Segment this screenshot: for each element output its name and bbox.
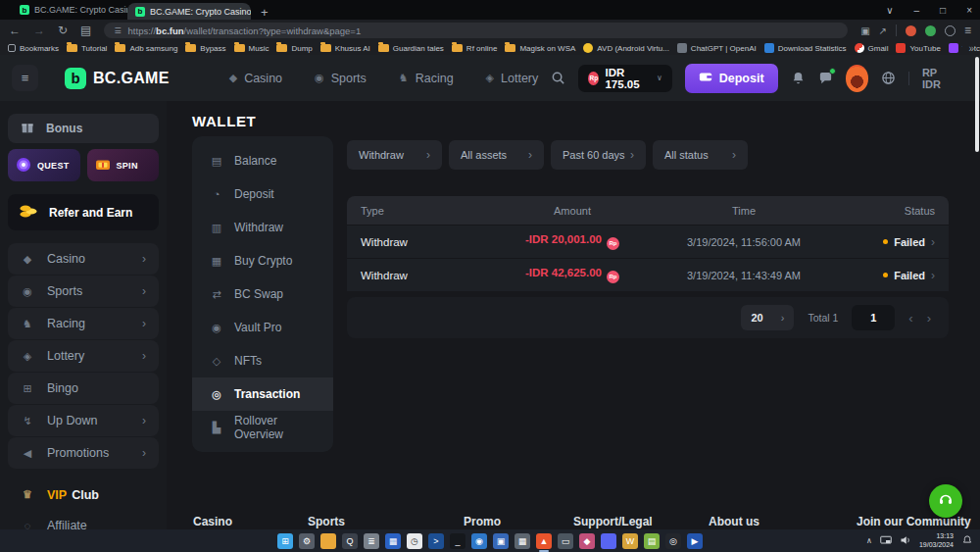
sidebar-item-bingo[interactable]: ⊞Bingo xyxy=(8,373,159,404)
address-bar[interactable]: ☰ https://bc.fun/wallet/transaction?type… xyxy=(104,23,848,38)
wallet-nav-transaction[interactable]: ◎Transaction xyxy=(192,377,333,411)
close-icon[interactable]: × xyxy=(966,5,972,16)
quest-button[interactable]: QUEST xyxy=(8,149,80,181)
filter-asset[interactable]: All assets› xyxy=(449,140,544,170)
settings-icon[interactable]: ⚙ xyxy=(299,533,315,549)
share-icon[interactable]: ↗ xyxy=(879,25,887,36)
transaction-row[interactable]: Withdraw-IDR 42,625.00Rp3/19/2024, 11:43… xyxy=(347,258,949,291)
footer-link[interactable]: Join our Community xyxy=(857,515,971,528)
bookmarks-overflow-icon[interactable]: » xyxy=(962,41,974,55)
filter-type[interactable]: Withdraw› xyxy=(347,140,442,170)
scrollbar-thumb[interactable] xyxy=(975,57,979,152)
bookmark-item[interactable]: Rf online xyxy=(452,44,498,53)
bookmark-item[interactable]: Dump xyxy=(276,44,312,53)
fiat-currency-label[interactable]: RP IDR xyxy=(922,67,953,90)
balance-selector[interactable]: Rp IDR 175.05 ∨ xyxy=(578,65,671,92)
wallet-nav-balance[interactable]: ▤Balance xyxy=(192,144,333,177)
footer-link[interactable]: About us xyxy=(709,515,760,528)
back-icon[interactable]: ← xyxy=(9,24,21,37)
browser-more-icon[interactable]: ∨ xyxy=(886,5,893,16)
nav-item-sports[interactable]: ◉Sports xyxy=(315,72,367,85)
edge-browser-icon[interactable]: ◉ xyxy=(471,533,487,549)
minimize-icon[interactable]: – xyxy=(914,5,920,16)
extension-red-icon[interactable] xyxy=(906,25,916,36)
display-icon[interactable] xyxy=(880,532,892,550)
transaction-row[interactable]: Withdraw-IDR 20,001.00Rp3/19/2024, 11:56… xyxy=(347,225,949,258)
reload-icon[interactable]: ↻ xyxy=(58,24,68,37)
search-icon[interactable] xyxy=(551,71,565,85)
language-globe-icon[interactable] xyxy=(881,71,896,85)
footer-link[interactable]: Casino xyxy=(193,515,232,528)
search-icon[interactable]: Q xyxy=(342,533,358,549)
wallet-nav-deposit[interactable]: ◔Deposit xyxy=(192,177,333,211)
wallet-nav-vault-pro[interactable]: ◉Vault Pro xyxy=(192,311,333,344)
forward-icon[interactable]: → xyxy=(33,24,45,37)
bookmark-item[interactable]: Magisk on WSA xyxy=(505,44,575,53)
browser-tab-active[interactable]: b BC.GAME: Crypto Casino Games × xyxy=(127,3,251,20)
speaker-icon[interactable] xyxy=(900,532,911,550)
sidebar-item-promotions[interactable]: ◀Promotions› xyxy=(8,437,159,469)
footer-link[interactable]: Promo xyxy=(464,515,501,528)
bookmark-item[interactable]: YouTube xyxy=(896,43,940,53)
sidebar-item-lottery[interactable]: ◈Lottery› xyxy=(8,340,159,372)
game-launcher-icon[interactable]: ◆ xyxy=(579,533,595,549)
notes-icon[interactable]: ≣ xyxy=(364,533,379,549)
user-avatar[interactable] xyxy=(846,65,868,92)
sidebar-item-updown[interactable]: ↯Up Down› xyxy=(8,405,159,436)
bookmark-item[interactable]: Adb samsung xyxy=(115,44,177,53)
wallet-nav-rollover[interactable]: ▙Rollover Overview xyxy=(192,411,333,444)
nav-item-casino[interactable]: ◆Casino xyxy=(229,72,282,85)
app-yellow-icon[interactable]: W xyxy=(622,533,638,549)
extension-green-icon[interactable] xyxy=(925,25,936,36)
photos-viewer-icon[interactable]: ▦ xyxy=(385,533,401,549)
terminal-icon[interactable]: _ xyxy=(450,533,466,549)
sidebar-item-sports[interactable]: ◉Sports› xyxy=(8,276,159,307)
sidebar-item-vip-club[interactable]: ♛ VIP Club xyxy=(8,481,159,508)
notifications-bell-icon[interactable] xyxy=(791,71,806,85)
clock-widget[interactable]: 13:13 19/03/2024 xyxy=(919,532,954,550)
bookmark-item[interactable]: Music xyxy=(234,44,270,53)
picture-in-picture-icon[interactable]: ▣ xyxy=(860,25,869,36)
bookmark-item[interactable]: Gmail xyxy=(855,43,889,53)
bookmark-item[interactable]: AVD (Android Virtu... xyxy=(583,43,669,53)
next-page-icon[interactable]: › xyxy=(927,311,931,326)
discord-icon[interactable] xyxy=(601,533,616,549)
notepad-icon[interactable]: ▤ xyxy=(644,533,660,549)
bookmark-item[interactable]: Bypass xyxy=(185,44,225,53)
maximize-icon[interactable]: □ xyxy=(940,5,946,16)
file-explorer-icon[interactable] xyxy=(320,533,336,549)
bookmark-item[interactable]: Bookmarks xyxy=(8,44,59,53)
prev-page-icon[interactable]: ‹ xyxy=(908,311,912,326)
spin-button[interactable]: SPIN xyxy=(87,149,160,181)
mail-icon[interactable]: ▣ xyxy=(493,533,509,549)
sidebar-item-casino[interactable]: ◆Casino› xyxy=(8,243,159,275)
bookmark-item[interactable]: Guardian tales xyxy=(378,44,444,53)
bookmark-item[interactable]: Khusus AI xyxy=(320,44,370,53)
extension-ring-icon[interactable] xyxy=(945,25,956,36)
tray-expand-icon[interactable]: ∧ xyxy=(866,536,872,545)
nav-item-racing[interactable]: ♞Racing xyxy=(399,72,454,85)
wallet-nav-buy-crypto[interactable]: ▦Buy Crypto xyxy=(192,244,333,277)
footer-link[interactable]: Sports xyxy=(308,515,345,528)
current-page-input[interactable]: 1 xyxy=(852,305,895,330)
start-icon[interactable]: ⊞ xyxy=(277,533,293,549)
obs-studio-icon[interactable]: ◎ xyxy=(665,533,681,549)
filter-period[interactable]: Past 60 days› xyxy=(551,140,646,170)
filter-status[interactable]: All status› xyxy=(653,140,748,170)
chat-icon[interactable] xyxy=(818,71,833,85)
page-size-selector[interactable]: 20 › xyxy=(741,305,794,330)
brave-browser-icon[interactable]: ▲ xyxy=(536,533,552,549)
support-chat-button[interactable] xyxy=(929,484,962,518)
side-panel-icon[interactable]: ▤ xyxy=(80,24,91,37)
hamburger-menu-icon[interactable]: ≡ xyxy=(12,65,38,91)
nav-item-lottery[interactable]: ◈Lottery xyxy=(486,72,539,85)
deposit-button[interactable]: Deposit xyxy=(685,64,778,93)
refer-and-earn-button[interactable]: Refer and Earn xyxy=(8,194,159,230)
browser-tab-inactive[interactable]: b BC.GAME: Crypto Casino Games & C xyxy=(12,0,127,20)
sidebar-item-racing[interactable]: ♞Racing› xyxy=(8,308,159,339)
site-settings-icon[interactable]: ☰ xyxy=(114,26,121,35)
clock-icon[interactable]: ◷ xyxy=(407,533,422,549)
wallet-nav-bc-swap[interactable]: ⇄BC Swap xyxy=(192,277,333,311)
notifications-icon[interactable] xyxy=(961,532,973,550)
bookmark-item[interactable]: Tutorial xyxy=(67,44,107,53)
